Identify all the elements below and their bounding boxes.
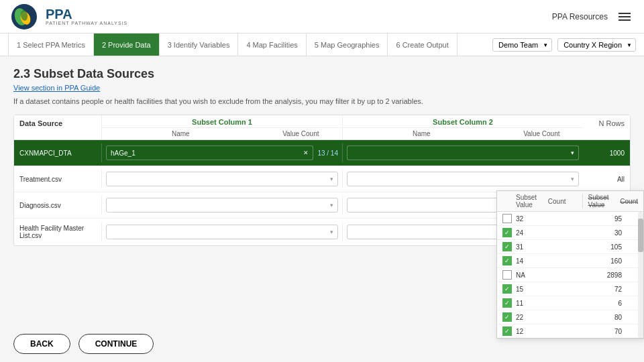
row1-source: CXNMAPCI_DTA: [14, 147, 101, 160]
chevron-down-icon: ▾: [330, 229, 333, 235]
row2-col1: ▾: [101, 170, 342, 188]
chevron-down-icon: ▾: [330, 202, 333, 208]
ppa-resources-link[interactable]: PPA Resources: [552, 12, 608, 21]
popup-col1-header: Subset Value: [516, 194, 543, 208]
row3-source: Diagnosis.csv: [14, 199, 101, 212]
popup-count: 95: [598, 215, 622, 223]
app-header: PPA PATIENT PATHWAY ANALYSIS PPA Resourc…: [0, 0, 644, 34]
popup-row[interactable]: 32 95: [497, 212, 643, 226]
logo-icon: [11, 3, 40, 30]
step-2[interactable]: 2 Provide Data: [94, 34, 160, 56]
popup-scrollbar[interactable]: [638, 212, 643, 338]
row4-col1-input[interactable]: ▾: [106, 225, 338, 239]
steps-bar: 1 Select PPA Metrics 2 Provide Data 3 Id…: [0, 34, 644, 56]
page-guide-link[interactable]: View section in PPA Guide: [13, 84, 631, 92]
page-title: 2.3 Subset Data Sources: [13, 67, 631, 81]
row2-col2-input[interactable]: ▾: [347, 172, 579, 186]
popup-header: Subset Value Count Subset Value Count: [497, 191, 643, 212]
continue-button[interactable]: CONTINUE: [78, 334, 154, 354]
popup-col2-header: Count: [543, 198, 566, 205]
popup-count: 6: [598, 300, 622, 307]
popup-value: 15: [516, 286, 598, 293]
popup-row[interactable]: ✓ 15 72: [497, 282, 643, 296]
popup-row[interactable]: NA 2898: [497, 268, 643, 282]
region-dropdown[interactable]: Country X Region: [557, 38, 636, 52]
popup-value: NA: [516, 272, 598, 279]
scrollbar-thumb: [638, 219, 643, 252]
col1-title: Subset Column 1: [102, 115, 342, 126]
popup-value: 22: [516, 314, 598, 321]
popup-row[interactable]: ✓ 12 70: [497, 324, 643, 338]
step-1[interactable]: 1 Select PPA Metrics: [8, 34, 94, 56]
checkbox-checked[interactable]: ✓: [502, 284, 512, 294]
popup-row[interactable]: ✓ 22 80: [497, 310, 643, 324]
checkbox-checked[interactable]: ✓: [502, 326, 512, 336]
popup-count: 105: [598, 243, 622, 251]
col1-count-header: Value Count: [260, 128, 342, 139]
chevron-down-icon: ▾: [571, 176, 574, 182]
hamburger-menu[interactable]: [616, 10, 633, 23]
checkbox-checked[interactable]: ✓: [502, 312, 512, 322]
row1-col1-input[interactable]: hAGe_1 ✕: [106, 145, 313, 160]
popup-col4-header: Count: [614, 198, 638, 205]
row4-col1: ▾: [101, 223, 342, 241]
popup-count: 30: [598, 229, 622, 237]
checkbox-unchecked[interactable]: [502, 270, 512, 280]
checkbox-checked[interactable]: ✓: [502, 298, 512, 308]
checkbox-unchecked[interactable]: [502, 214, 512, 223]
col2-count-header: Value Count: [500, 128, 583, 139]
popup-value: 32: [516, 215, 598, 223]
logo-text: PPA PATIENT PATHWAY ANALYSIS: [46, 7, 127, 25]
checkbox-checked[interactable]: ✓: [502, 256, 512, 265]
popup-row[interactable]: ✓ 24 30: [497, 226, 643, 240]
row2-nrows: All: [583, 173, 630, 186]
row2-col1-input[interactable]: ▾: [106, 172, 338, 186]
popup-count: 2898: [598, 272, 622, 279]
popup-value: 11: [516, 300, 598, 307]
row1-col2-input[interactable]: ▾: [347, 145, 579, 160]
col-group-1: Subset Column 1 Name Value Count: [101, 115, 342, 139]
page-description: If a dataset contains people or health f…: [13, 97, 631, 105]
close-icon[interactable]: ✕: [303, 149, 309, 156]
steps-right: Demo Team Country X Region: [492, 38, 636, 52]
step-5[interactable]: 5 Map Geographies: [307, 34, 388, 56]
row2-col2: ▾: [342, 170, 583, 188]
popup-row[interactable]: ✓ 31 105: [497, 240, 643, 254]
popup-row[interactable]: ✓ 14 160: [497, 254, 643, 268]
logo-subtitle-text: PATIENT PATHWAY ANALYSIS: [46, 21, 127, 25]
logo: PPA PATIENT PATHWAY ANALYSIS: [11, 3, 127, 30]
popup-value: 24: [516, 229, 598, 237]
table-row: Treatment.csv ▾ ▾ All: [14, 166, 630, 192]
popup-count: 72: [598, 286, 622, 293]
row1-col1: hAGe_1 ✕ 13 / 14: [101, 143, 342, 162]
col1-name-header: Name: [102, 128, 260, 139]
main-content: 2.3 Subset Data Sources View section in …: [0, 56, 644, 362]
popup-rows-container: 32 95 ✓ 24 30 ✓ 31 105 ✓ 14 160: [497, 212, 643, 338]
chevron-down-icon: ▾: [330, 176, 333, 182]
popup-row[interactable]: ✓ 11 6: [497, 296, 643, 310]
step-4[interactable]: 4 Map Facilities: [238, 34, 306, 56]
checkbox-checked[interactable]: ✓: [502, 242, 512, 251]
col-group-2: Subset Column 2 Name Value Count: [342, 115, 583, 139]
back-button[interactable]: BACK: [13, 334, 70, 354]
team-dropdown[interactable]: Demo Team: [492, 38, 552, 52]
table-header: Data Source Subset Column 1 Name Value C…: [14, 115, 630, 140]
checkbox-checked[interactable]: ✓: [502, 228, 512, 237]
popup-count: 160: [598, 257, 622, 265]
col2-name-header: Name: [343, 128, 500, 139]
col2-title: Subset Column 2: [343, 115, 583, 126]
col-nrows-header: N Rows: [583, 115, 630, 139]
row2-source: Treatment.csv: [14, 173, 101, 186]
table-row: CXNMAPCI_DTA hAGe_1 ✕ 13 / 14 ▾ 1000: [14, 140, 630, 166]
row1-nrows: 1000: [583, 147, 630, 160]
chevron-down-icon: ▾: [571, 149, 574, 156]
step-6[interactable]: 6 Create Output: [388, 34, 457, 56]
row1-col1-count: 13 / 14: [317, 149, 338, 157]
popup-value: 31: [516, 243, 598, 251]
logo-ppa-text: PPA: [46, 7, 127, 21]
popup-value: 12: [516, 328, 598, 335]
col-source-header: Data Source: [14, 115, 101, 139]
popup-count: 80: [598, 314, 622, 321]
row3-col1-input[interactable]: ▾: [106, 198, 338, 213]
step-3[interactable]: 3 Identify Variables: [160, 34, 239, 56]
